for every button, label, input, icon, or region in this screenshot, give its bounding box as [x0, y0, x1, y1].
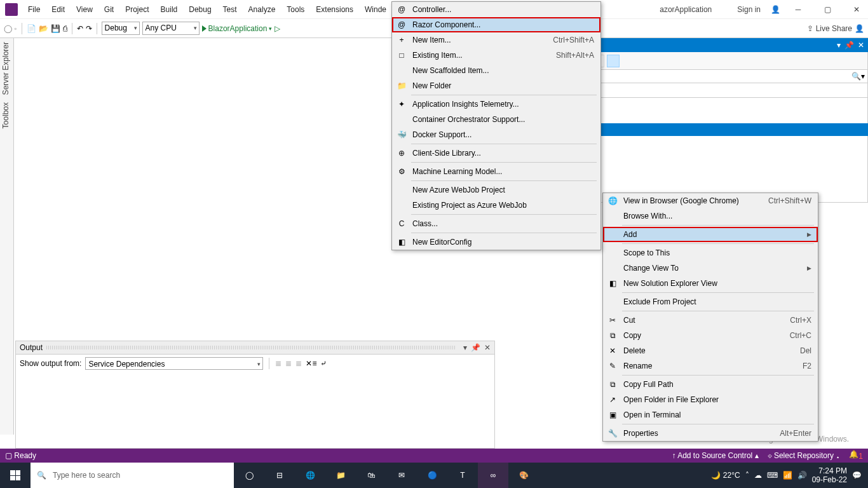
- menu-project[interactable]: Project: [120, 3, 154, 17]
- menu-item[interactable]: 🐳Docker Support...: [392, 127, 600, 142]
- open-icon[interactable]: 📂: [39, 24, 48, 33]
- cortana-icon[interactable]: ◯: [234, 463, 264, 488]
- indent-icon[interactable]: ≣: [285, 359, 292, 368]
- menu-item[interactable]: ✂CutCtrl+X: [603, 313, 818, 328]
- teams-icon[interactable]: T: [447, 463, 478, 488]
- repo-button[interactable]: ⟐ Select Repository ▴: [768, 451, 841, 460]
- clock[interactable]: 7:24 PM09-Feb-22: [812, 466, 847, 485]
- menu-window[interactable]: Winde: [360, 3, 391, 17]
- close-icon[interactable]: ✕: [484, 343, 491, 352]
- menu-item[interactable]: New Scaffolded Item...: [392, 63, 600, 78]
- redo-icon[interactable]: ↷: [86, 24, 92, 33]
- store-icon[interactable]: 🛍: [356, 463, 386, 488]
- taskview-icon[interactable]: ⊟: [264, 463, 295, 488]
- volume-icon[interactable]: 🔊: [797, 471, 807, 480]
- liveshare-button[interactable]: Live Share: [816, 24, 852, 33]
- close-button[interactable]: ✕: [845, 0, 868, 19]
- menu-git[interactable]: Git: [99, 3, 119, 17]
- menu-item[interactable]: @Controller...: [392, 2, 600, 17]
- menu-item[interactable]: Existing Project as Azure WebJob: [392, 198, 600, 213]
- tray-up-icon[interactable]: ˄: [745, 471, 749, 480]
- menu-tools[interactable]: Tools: [281, 3, 309, 17]
- source-control-button[interactable]: ↑ Add to Source Control ▴: [672, 451, 758, 460]
- menu-item[interactable]: ✦Application Insights Telemetry...: [392, 97, 600, 112]
- menu-build[interactable]: Build: [156, 3, 183, 17]
- minimize-button[interactable]: ─: [787, 0, 810, 19]
- preview-icon[interactable]: [607, 55, 620, 67]
- output-title: Output: [20, 343, 43, 352]
- menu-analyze[interactable]: Analyze: [243, 3, 281, 17]
- menu-item[interactable]: □Existing Item...Shift+Alt+A: [392, 48, 600, 63]
- notifications-icon[interactable]: 💬: [852, 471, 862, 480]
- menu-item[interactable]: ▣Open in Terminal: [603, 407, 818, 423]
- platform-combo[interactable]: Any CPU: [142, 22, 200, 35]
- menu-item[interactable]: Scope to This: [603, 245, 818, 261]
- notification-icon[interactable]: 🔔1: [849, 450, 863, 461]
- run-button[interactable]: BlazorApplication▾: [202, 24, 273, 33]
- menu-debug[interactable]: Debug: [184, 3, 216, 17]
- admin-icon[interactable]: 👤: [855, 24, 864, 33]
- menu-view[interactable]: View: [71, 3, 98, 17]
- clear-icon[interactable]: ✕≡: [306, 359, 316, 368]
- new-project-icon[interactable]: 📄: [27, 24, 36, 33]
- menu-item[interactable]: 🔧PropertiesAlt+Enter: [603, 426, 818, 441]
- maximize-button[interactable]: ▢: [816, 0, 839, 19]
- undo-icon[interactable]: ↶: [77, 24, 83, 33]
- output-source-combo[interactable]: Service Dependencies: [85, 357, 263, 370]
- menu-item[interactable]: New Azure WebJob Project: [392, 182, 600, 198]
- onedrive-icon[interactable]: ☁: [754, 471, 762, 480]
- edge-icon[interactable]: 🌐: [295, 463, 325, 488]
- nav-back-icon[interactable]: ◯ ◦: [4, 24, 17, 33]
- menu-item[interactable]: ◧New EditorConfig: [392, 234, 600, 250]
- menu-item[interactable]: ✕DeleteDel: [603, 343, 818, 358]
- menu-item[interactable]: ⚙Machine Learning Model...: [392, 164, 600, 179]
- weather-icon[interactable]: 🌙 22°C: [711, 471, 740, 480]
- menu-item[interactable]: Add▶: [603, 227, 818, 242]
- menu-item[interactable]: Change View To▶: [603, 261, 818, 276]
- menu-item[interactable]: ⊕Client-Side Library...: [392, 146, 600, 161]
- run-without-debug-icon[interactable]: ▷: [275, 24, 280, 33]
- menu-item[interactable]: ✎RenameF2: [603, 358, 818, 374]
- lang-icon[interactable]: ⌨: [767, 471, 778, 480]
- config-combo[interactable]: Debug: [102, 22, 140, 35]
- indent-icon[interactable]: ≣: [295, 359, 302, 368]
- mail-icon[interactable]: ✉: [386, 463, 417, 488]
- menu-item[interactable]: 📁New Folder: [392, 78, 600, 93]
- wifi-icon[interactable]: 📶: [783, 471, 792, 480]
- menu-file[interactable]: File: [23, 3, 45, 17]
- pin-icon[interactable]: 📌: [844, 41, 854, 50]
- paint-icon[interactable]: 🎨: [508, 463, 539, 488]
- menu-item[interactable]: Browse With...: [603, 208, 818, 224]
- menu-item[interactable]: ↗Open Folder in File Explorer: [603, 392, 818, 407]
- menu-extensions[interactable]: Extensions: [311, 3, 358, 17]
- signin-button[interactable]: Sign in: [737, 5, 761, 14]
- explorer-icon[interactable]: 📁: [325, 463, 356, 488]
- vs-icon[interactable]: ∞: [478, 463, 508, 488]
- user-icon[interactable]: 👤: [771, 5, 780, 14]
- close-panel-icon[interactable]: ✕: [858, 41, 864, 50]
- menu-test[interactable]: Test: [218, 3, 242, 17]
- menu-edit[interactable]: Edit: [46, 3, 70, 17]
- menu-item[interactable]: ⧉CopyCtrl+C: [603, 328, 818, 343]
- chrome-icon[interactable]: 🔵: [417, 463, 447, 488]
- menu-item[interactable]: Container Orchestrator Support...: [392, 112, 600, 127]
- server-explorer-tab[interactable]: Server Explorer: [0, 38, 11, 98]
- menu-item[interactable]: 🌐View in Browser (Google Chrome)Ctrl+Shi…: [603, 193, 818, 208]
- dropdown-icon[interactable]: ▾: [837, 41, 841, 50]
- save-icon[interactable]: 💾: [51, 24, 60, 33]
- indent-icon[interactable]: ≣: [275, 359, 281, 368]
- dropdown-icon[interactable]: ▾: [463, 343, 467, 352]
- menu-item[interactable]: Exclude From Project: [603, 294, 818, 309]
- taskbar-search[interactable]: 🔍Type here to search: [31, 463, 234, 488]
- wrap-icon[interactable]: ⤶: [320, 359, 327, 368]
- start-button[interactable]: [0, 463, 31, 488]
- pin-icon[interactable]: 📌: [471, 343, 480, 352]
- menu-item[interactable]: +New Item...Ctrl+Shift+A: [392, 32, 600, 48]
- toolbox-tab[interactable]: Toolbox: [0, 98, 11, 132]
- save-all-icon[interactable]: ⎙: [63, 24, 67, 33]
- menu-item[interactable]: CClass...: [392, 216, 600, 231]
- search-icon[interactable]: 🔍▾: [851, 72, 865, 81]
- menu-item[interactable]: ⧉Copy Full Path: [603, 377, 818, 392]
- menu-item[interactable]: @Razor Component...: [392, 17, 600, 32]
- menu-item[interactable]: ◧New Solution Explorer View: [603, 276, 818, 291]
